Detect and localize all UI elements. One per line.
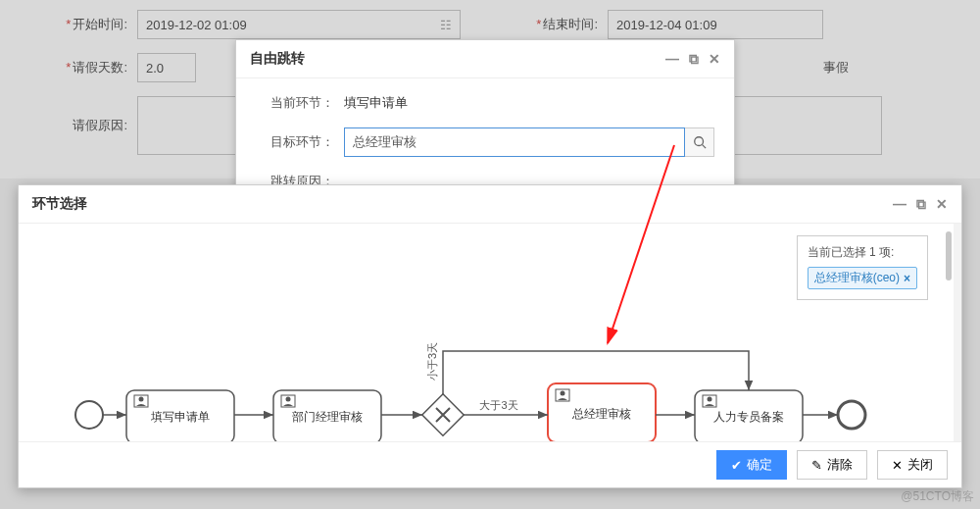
- bpmn-end-event[interactable]: [838, 401, 865, 429]
- close-icon[interactable]: ✕: [936, 196, 948, 213]
- close-icon: ✕: [892, 458, 903, 473]
- close-icon[interactable]: ✕: [709, 51, 720, 68]
- confirm-button[interactable]: ✔ 确定: [716, 450, 787, 480]
- svg-point-0: [694, 137, 703, 146]
- minimize-icon[interactable]: —: [893, 196, 906, 213]
- svg-point-4: [139, 397, 144, 402]
- search-icon: [693, 135, 707, 149]
- bpmn-task-hr-archive[interactable]: 人力专员备案: [695, 390, 803, 441]
- search-button[interactable]: [685, 127, 714, 157]
- dialog-title: 环节选择: [32, 195, 87, 213]
- free-jump-dialog: 自由跳转 — ⧉ ✕ 当前环节： 填写申请单 目标环节： 总经理审核 跳转原因：: [235, 39, 735, 207]
- bpmn-task-fill-form[interactable]: 填写申请单: [126, 390, 234, 441]
- svg-point-13: [561, 391, 565, 396]
- target-step-label: 目标环节：: [256, 133, 334, 151]
- current-step-value: 填写申请单: [344, 94, 408, 112]
- svg-line-1: [702, 145, 706, 149]
- eraser-icon: ✎: [811, 458, 822, 473]
- bpmn-start-event[interactable]: [75, 401, 103, 429]
- minimize-icon[interactable]: —: [665, 51, 679, 68]
- svg-text:填写申请单: 填写申请单: [150, 410, 210, 424]
- svg-text:部门经理审核: 部门经理审核: [292, 410, 363, 424]
- bpmn-task-ceo-review[interactable]: 总经理审核: [548, 383, 656, 441]
- close-button[interactable]: ✕ 关闭: [877, 450, 948, 480]
- svg-point-17: [708, 397, 712, 402]
- svg-text:小于3天: 小于3天: [426, 342, 438, 381]
- current-step-label: 当前环节：: [256, 94, 334, 112]
- bpmn-gateway[interactable]: [422, 394, 464, 435]
- maximize-icon[interactable]: ⧉: [916, 196, 926, 213]
- svg-text:大于3天: 大于3天: [479, 399, 517, 411]
- bpmn-canvas[interactable]: 填写申请单 部门经理审核 总经理审核 人: [19, 224, 959, 441]
- node-select-dialog: 环节选择 — ⧉ ✕ 当前已选择 1 项: 总经理审核(ceo) ×: [18, 184, 962, 488]
- check-icon: ✔: [731, 458, 742, 473]
- svg-text:总经理审核: 总经理审核: [571, 407, 631, 421]
- svg-point-8: [286, 397, 291, 402]
- clear-button[interactable]: ✎ 清除: [797, 450, 867, 480]
- bpmn-task-dept-review[interactable]: 部门经理审核: [273, 390, 381, 441]
- maximize-icon[interactable]: ⧉: [689, 51, 699, 68]
- target-step-input[interactable]: 总经理审核: [344, 127, 685, 157]
- dialog-title: 自由跳转: [250, 50, 305, 68]
- svg-text:人力专员备案: 人力专员备案: [713, 410, 784, 424]
